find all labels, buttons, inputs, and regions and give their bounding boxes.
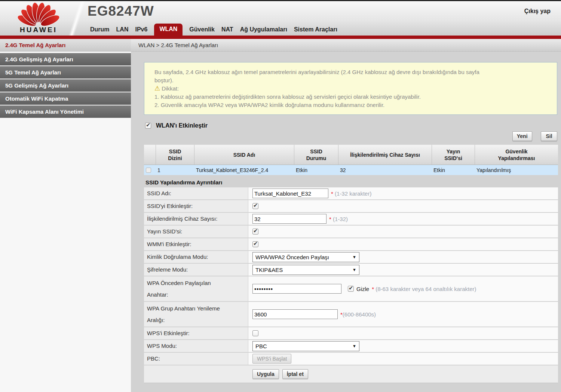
field-value-cell: TKIP&AES▼ xyxy=(248,264,558,276)
new-button[interactable]: Yeni xyxy=(512,131,532,141)
selected-option: PBC xyxy=(255,343,267,349)
huawei-logo: HUAWEI xyxy=(10,2,67,34)
sidebar: 2.4G Temel Ağ Ayarları2.4G Gelişmiş Ağ A… xyxy=(0,39,131,392)
ssid-table-row: 1Turksat_Kablonet_E3246F_2.4Etkin32Etkin… xyxy=(144,165,558,175)
ssid-name-input[interactable] xyxy=(252,189,328,198)
chevron-down-icon: ▼ xyxy=(352,344,356,348)
field-value-cell: *(600-86400s) xyxy=(248,302,558,327)
header: HUAWEI EG8247W Çıkış yap DurumLANIPv6WLA… xyxy=(0,1,561,36)
notice-item-2: 2. Güvenlik amacıyla WPA2 veya WPA/WPA2 … xyxy=(154,101,548,109)
huawei-wordmark: HUAWEI xyxy=(10,26,67,34)
wlan-enable-checkbox[interactable] xyxy=(145,123,151,129)
field-label: Yayın SSID'si: xyxy=(147,228,182,235)
field-value-cell xyxy=(248,238,558,250)
sidebar-item-wifi-kapsama-alan-y-netimi[interactable]: WiFi Kapsama Alanı Yönetimi xyxy=(0,105,131,118)
hide-password-checkbox[interactable] xyxy=(348,286,354,292)
field-label-cell: PBC: xyxy=(144,353,248,365)
form-section-title: SSID Yapılandırma Ayrıntıları xyxy=(144,177,558,187)
field-value-cell: Gizle* (8-63 karakter veya 64 onaltılık … xyxy=(248,276,558,301)
table-header-cell: SSID Adı xyxy=(194,145,294,165)
field-label-cell: WPS Modu: xyxy=(144,340,248,352)
nav-tab-g-venlik[interactable]: Güvenlik xyxy=(189,26,215,33)
wpa-rekey-input[interactable] xyxy=(252,309,338,319)
table-row-select-cell xyxy=(144,168,156,173)
field-label: WPA Grup Anahtarı Yenileme Aralığı: xyxy=(147,303,227,326)
sidebar-item-5g-temel-a-ayarlar[interactable]: 5G Temel Ağ Ayarları xyxy=(0,66,131,79)
ssid-enable-checkbox[interactable] xyxy=(252,203,258,209)
field-label-cell: Yayın SSID'si: xyxy=(144,226,248,238)
field-label-cell: WPA Grup Anahtarı Yenileme Aralığı: xyxy=(144,302,248,327)
nav-tab-wlan[interactable]: WLAN xyxy=(154,24,183,36)
form-row-broadcast-ssid: Yayın SSID'si: xyxy=(144,226,558,238)
nav-tab-a-uygulamalar[interactable]: Ağ Uygulamaları xyxy=(240,26,287,33)
accent-bar xyxy=(0,36,561,39)
field-label: WPS'i Etkinleştir: xyxy=(147,330,190,337)
form-row-wps-enable: WPS'i Etkinleştir: xyxy=(144,327,558,340)
field-label-cell: WMM'i Etkinleştir: xyxy=(144,238,248,250)
table-header-cell: Yayın SSID'si xyxy=(432,145,475,165)
sidebar-item-5g-geli-mi-a-ayarlar[interactable]: 5G Gelişmiş Ağ Ayarları xyxy=(0,79,131,92)
nav-tab-ipv6[interactable]: IPv6 xyxy=(135,26,147,33)
table-cell: Yapılandırılmış xyxy=(475,167,558,173)
wlan-enable-row: WLAN'ı Etkinleştir xyxy=(145,122,561,129)
table-cell: Etkin xyxy=(294,167,338,173)
wmm-enable-checkbox[interactable] xyxy=(252,241,258,247)
form-row-wmm-enable: WMM'i Etkinleştir: xyxy=(144,238,558,251)
assoc-devices-input[interactable] xyxy=(252,214,327,224)
field-label: WPA Önceden Paylaşılan Anahtar: xyxy=(147,277,218,300)
field-value-cell xyxy=(248,226,558,238)
column-header-label: Yayın SSID'si xyxy=(440,148,466,162)
table-cell: Etkin xyxy=(432,167,475,173)
wps-mode-select[interactable]: PBC▼ xyxy=(252,341,359,351)
pbc-button: WPS'i Başlat xyxy=(252,354,291,364)
field-hint: (1-32 karakter) xyxy=(333,190,372,197)
wpa-psk-input[interactable] xyxy=(252,284,341,294)
form-row-wpa-psk: WPA Önceden Paylaşılan Anahtar:Gizle* (8… xyxy=(144,276,558,302)
field-label: PBC: xyxy=(147,355,160,362)
column-header-label: SSID Durumu xyxy=(302,148,330,162)
content-area: WLAN > 2.4G Temel Ağ Ayarları Bu sayfada… xyxy=(131,39,561,392)
wlan-enable-label: WLAN'ı Etkinleştir xyxy=(156,122,208,129)
table-header-cell: SSID Durumu xyxy=(294,145,338,165)
broadcast-ssid-checkbox[interactable] xyxy=(252,229,258,235)
column-header-label: Güvenlik Yapılandırması xyxy=(491,148,542,162)
form-row-pbc: PBC:WPS'i Başlat xyxy=(144,353,558,365)
field-hint: (8-63 karakter veya 64 onaltılık karakte… xyxy=(374,286,476,292)
encryption-mode-select[interactable]: TKIP&AES▼ xyxy=(252,265,359,275)
table-cell: 1 xyxy=(156,167,194,173)
sidebar-item-2-4g-geli-mi-a-ayarlar[interactable]: 2.4G Gelişmiş Ağ Ayarları xyxy=(0,53,131,65)
form-footer: Uygula İptal et xyxy=(144,365,558,383)
notice-intro: Bu sayfada, 2.4 GHz kablosuz ağın temel … xyxy=(154,68,499,85)
cancel-button[interactable]: İptal et xyxy=(282,369,308,379)
nav-tab-sistem-ara-lar[interactable]: Sistem Araçları xyxy=(294,26,337,33)
page-title: EG8247W xyxy=(88,3,154,19)
delete-button[interactable]: Sil xyxy=(541,131,557,141)
field-label: SSID'yi Etkinleştir: xyxy=(147,202,193,210)
table-header-select-cell xyxy=(144,145,156,165)
nav-tab-durum[interactable]: Durum xyxy=(90,26,110,33)
chevron-down-icon: ▼ xyxy=(352,267,356,272)
router-admin-page: HUAWEI EG8247W Çıkış yap DurumLANIPv6WLA… xyxy=(0,0,561,392)
table-header-cell: Güvenlik Yapılandırması xyxy=(475,145,558,165)
wps-enable-checkbox[interactable] xyxy=(252,330,258,336)
ssid-config-form: SSID Adı:* (1-32 karakter)SSID'yi Etkinl… xyxy=(144,187,558,365)
selected-option: WPA/WPA2 Önceden Paylaşı xyxy=(255,254,329,260)
ssid-table: SSID DiziniSSID AdıSSID Durumuİlişkilend… xyxy=(144,145,558,175)
field-value-cell: * (1-32) xyxy=(248,213,558,225)
apply-button[interactable]: Uygula xyxy=(252,369,279,379)
auth-mode-select[interactable]: WPA/WPA2 Önceden Paylaşı▼ xyxy=(252,252,359,262)
sidebar-item-2-4g-temel-a-ayarlar[interactable]: 2.4G Temel Ağ Ayarları xyxy=(0,39,131,52)
field-label: WPS Modu: xyxy=(147,342,177,350)
notice-item-1: 1. Kablosuz ağ parametrelerini değiştird… xyxy=(154,93,548,101)
sidebar-item-otomatik-wifi-kapatma[interactable]: Otomatik WiFi Kapatma xyxy=(0,92,131,105)
field-label: SSID Adı: xyxy=(147,190,171,197)
logout-link[interactable]: Çıkış yap xyxy=(524,8,551,15)
field-hint: (1-32) xyxy=(331,216,348,222)
form-row-ssid-enable: SSID'yi Etkinleştir: xyxy=(144,200,558,213)
nav-tab-lan[interactable]: LAN xyxy=(116,26,129,33)
row-select-checkbox[interactable] xyxy=(146,168,151,173)
field-label-cell: Şifreleme Modu: xyxy=(144,264,248,276)
form-row-ssid-name: SSID Adı:* (1-32 karakter) xyxy=(144,187,558,200)
nav-tab-nat[interactable]: NAT xyxy=(221,26,233,33)
column-header-label: SSID Dizini xyxy=(164,148,186,162)
